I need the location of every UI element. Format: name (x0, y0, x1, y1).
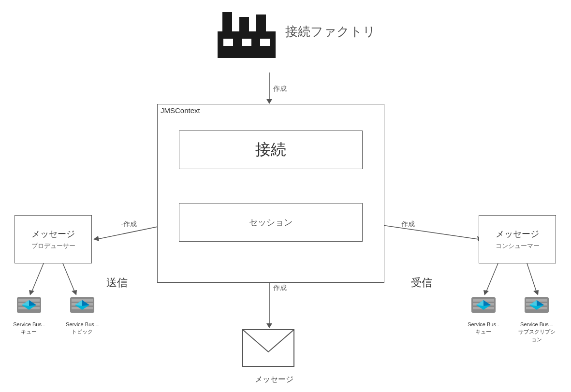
svg-line-10 (31, 263, 44, 292)
consumer-subtitle: コンシューマー (496, 242, 540, 250)
receive-label: 受信 (411, 276, 432, 290)
svg-rect-21 (256, 15, 266, 32)
svg-line-12 (63, 263, 75, 292)
create-label-5: -作成 (121, 220, 137, 228)
sb-label-subscription-right: Service Bus –サブスクリプション (517, 321, 556, 343)
message-consumer-box: メッセージ コンシューマー (479, 215, 556, 263)
svg-rect-20 (239, 17, 249, 32)
create-label-3: 作成 (401, 220, 415, 228)
message-label: メッセージ (255, 375, 293, 385)
svg-marker-5 (93, 236, 99, 241)
message-producer-box: メッセージ プロデューサー (15, 215, 92, 263)
factory-section: 接続ファクトリ (218, 5, 376, 58)
queue-icon-left (15, 292, 44, 319)
sb-label-queue-right: Service Bus -キュー (468, 321, 499, 336)
servicebus-queue-left: Service Bus -キュー (10, 292, 48, 336)
jms-context-label: JMSContext (161, 106, 200, 115)
connection-label: 接続 (255, 139, 286, 160)
svg-line-16 (527, 263, 537, 292)
svg-rect-23 (242, 39, 251, 46)
create-label-1: 作成 (273, 85, 287, 92)
servicebus-queue-right: Service Bus -キュー (464, 292, 503, 343)
svg-marker-1 (266, 99, 272, 104)
subscription-icon-right (522, 292, 551, 319)
svg-marker-9 (266, 323, 272, 328)
consumer-title: メッセージ (496, 228, 539, 240)
svg-rect-25 (243, 330, 294, 366)
factory-label: 接続ファクトリ (285, 23, 376, 40)
diagram-container: 作成 作成 -作成 作成 作成 (0, 0, 571, 392)
servicebus-left-group: Service Bus -キュー Service Bus –トピック (10, 292, 102, 336)
envelope-icon (242, 329, 295, 367)
svg-rect-24 (260, 39, 270, 46)
producer-subtitle: プロデューサー (31, 242, 75, 250)
sb-label-topic-left: Service Bus –トピック (66, 321, 99, 336)
producer-title: メッセージ (31, 228, 75, 240)
session-label: セッション (249, 217, 293, 228)
session-box: セッション (179, 203, 363, 242)
servicebus-right-group: Service Bus -キュー Service Bus –サブスクリプション (464, 292, 556, 343)
message-envelope (242, 329, 295, 367)
create-label-4: 作成 (273, 284, 287, 291)
servicebus-subscription-right: Service Bus –サブスクリプション (517, 292, 556, 343)
topic-icon-left (68, 292, 97, 319)
send-label: 送信 (106, 276, 128, 290)
svg-rect-19 (222, 12, 232, 32)
svg-line-14 (486, 263, 498, 292)
servicebus-topic-left: Service Bus –トピック (63, 292, 102, 336)
svg-rect-22 (223, 39, 233, 46)
connection-box: 接続 (179, 131, 363, 169)
sb-label-queue-left: Service Bus -キュー (13, 321, 44, 336)
factory-icon (218, 5, 276, 58)
queue-icon-right (469, 292, 498, 319)
